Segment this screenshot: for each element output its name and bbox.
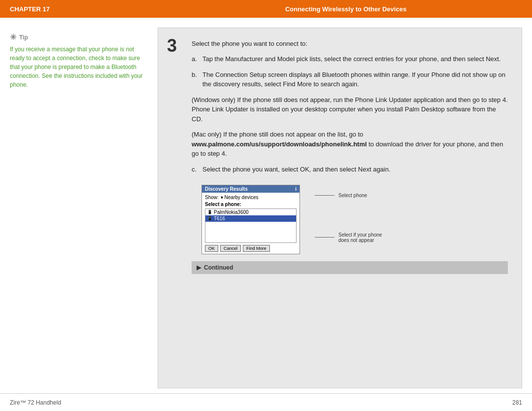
discovery-title: Discovery Results [205, 186, 248, 192]
sidebar: ✳ Tip If you receive a message that your… [10, 28, 158, 388]
tip-body: If you receive a message that your phone… [10, 45, 148, 89]
discovery-findmore-button[interactable]: Find More [243, 245, 270, 252]
discovery-titlebar: Discovery Results i [202, 185, 299, 193]
discovery-widget: Discovery Results i Show: ▾ Nearby devic… [201, 185, 300, 254]
callout-2: Select if your phone does not appear [315, 232, 382, 243]
discovery-select-label: Select a phone: [205, 202, 297, 207]
discovery-widget-col: Discovery Results i Show: ▾ Nearby devic… [192, 180, 300, 254]
para-windows: (Windows only) If the phone still does n… [192, 95, 508, 124]
discovery-item-1[interactable]: 📱 T616 [205, 215, 296, 222]
callout-2-line2: does not appear [338, 238, 374, 243]
continued-bar: ▶ Continued [192, 261, 508, 274]
discovery-item-0[interactable]: 📱 PalmNokia3600 [205, 209, 296, 215]
discovery-item-0-text: PalmNokia3600 [214, 209, 249, 215]
callout-lines-col: Select phone Select if your phone does n… [300, 180, 382, 254]
chapter-title: Connecting Wirelessly to Other Devices [160, 0, 532, 18]
discovery-show-row: Show: ▾ Nearby devices [205, 195, 297, 200]
content-inner: Select the phone you want to connect to:… [192, 40, 508, 274]
footer-brand: Zire™ 72 Handheld [10, 399, 61, 406]
callout-1: Select phone [315, 193, 382, 198]
continued-icon: ▶ [197, 264, 201, 271]
discovery-show-label: Show: [205, 195, 219, 200]
step-c-label: c. [192, 165, 199, 174]
step-item-b: b. The Connection Setup screen displays … [192, 70, 508, 89]
content-panel: 3 Select the phone you want to connect t… [158, 28, 522, 388]
step-c-text: Select the phone you want, select OK, an… [202, 165, 508, 174]
discovery-show-value[interactable]: ▾ Nearby devices [221, 195, 259, 200]
para-mac-prefix: (Mac only) If the phone still does not a… [192, 131, 363, 138]
step-b-label: b. [192, 70, 199, 89]
continued-label: Continued [204, 264, 233, 271]
callout-area: Discovery Results i Show: ▾ Nearby devic… [192, 180, 508, 254]
step-a-label: a. [192, 54, 199, 64]
para-mac-url: www.palmone.com/us/support/downloads/pho… [192, 140, 367, 148]
step-item-a: a. Tap the Manufacturer and Model pick l… [192, 54, 508, 64]
step-intro: Select the phone you want to connect to: [192, 40, 508, 47]
discovery-ok-button[interactable]: OK [205, 245, 218, 252]
para-mac: (Mac only) If the phone still does not a… [192, 130, 508, 159]
phone-icon-2: 📱 [207, 216, 212, 221]
chapter-label: CHAPTER 17 [0, 0, 160, 18]
discovery-list[interactable]: 📱 PalmNokia3600 📱 T616 [205, 208, 297, 243]
page-header: CHAPTER 17 Connecting Wirelessly to Othe… [0, 0, 532, 18]
step-item-c: c. Select the phone you want, select OK,… [192, 165, 508, 174]
step-b-text: The Connection Setup screen displays all… [202, 70, 508, 89]
footer-page-number: 281 [512, 399, 522, 406]
callout-dash-2 [315, 237, 334, 238]
chapter-title-text: Connecting Wirelessly to Other Devices [285, 5, 406, 13]
callout-1-text: Select phone [338, 193, 367, 198]
discovery-cancel-button[interactable]: Cancel [220, 245, 241, 252]
discovery-item-1-text: T616 [214, 216, 225, 221]
tip-header: ✳ Tip [10, 33, 148, 42]
discovery-info-icon: i [295, 186, 297, 192]
page-footer: Zire™ 72 Handheld 281 [0, 393, 532, 411]
tip-asterisk-icon: ✳ [10, 33, 16, 42]
tip-label: Tip [19, 34, 28, 41]
step-number: 3 [167, 37, 177, 55]
main-content: ✳ Tip If you receive a message that your… [0, 18, 532, 393]
discovery-body: Show: ▾ Nearby devices Select a phone: 📱… [202, 193, 299, 254]
phone-icon: 📱 [207, 210, 212, 214]
discovery-buttons: OK Cancel Find More [205, 245, 297, 252]
callout-dash-1 [315, 195, 334, 196]
callout-2-text: Select if your phone does not appear [338, 232, 382, 243]
step-a-text: Tap the Manufacturer and Model pick list… [202, 54, 508, 64]
callout-2-line1: Select if your phone [338, 232, 382, 238]
chapter-text: CHAPTER 17 [10, 5, 50, 13]
